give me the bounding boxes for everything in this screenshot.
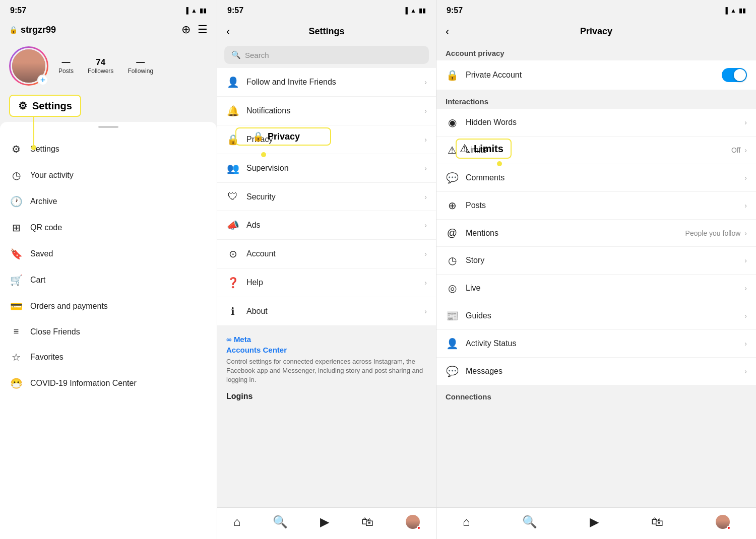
menu-item-archive[interactable]: 🕐 Archive bbox=[0, 188, 217, 215]
profile-panel: 9:57 ▐ ▲ ▮▮ 🔒 strgzr99 ⊕ ☰ bbox=[0, 0, 217, 539]
accounts-center-link[interactable]: Accounts Center bbox=[226, 346, 427, 354]
live-item[interactable]: ◎ Live › bbox=[436, 275, 756, 302]
menu-item-orders[interactable]: 💳 Orders and payments bbox=[0, 293, 217, 319]
reels-tab-3[interactable]: ▶ bbox=[590, 515, 599, 529]
menu-favorites-label: Favorites bbox=[30, 353, 64, 362]
hidden-words-label: Hidden Words bbox=[466, 118, 517, 127]
profile-header: 🔒 strgzr99 ⊕ ☰ bbox=[0, 19, 217, 40]
activity-status-item[interactable]: 👤 Activity Status › bbox=[436, 330, 756, 358]
profile-tab-2-wrap bbox=[406, 515, 420, 529]
search-tab-3[interactable]: 🔍 bbox=[522, 515, 537, 529]
follow-chevron: › bbox=[424, 78, 427, 86]
signal-icon-2: ▐ bbox=[404, 7, 408, 14]
shop-tab-2[interactable]: 🛍 bbox=[361, 515, 373, 529]
meta-description: Control settings for connected experienc… bbox=[226, 357, 427, 385]
ads-icon: 📣 bbox=[226, 219, 239, 231]
supervision-icon: 👥 bbox=[226, 162, 239, 174]
settings-title: Settings bbox=[308, 26, 344, 37]
limits-label: Limits bbox=[466, 146, 487, 155]
add-story-icon[interactable]: + bbox=[37, 75, 48, 86]
settings-item-help[interactable]: ❓ Help › bbox=[217, 268, 436, 297]
status-bar-1: 9:57 ▐ ▲ ▮▮ bbox=[0, 0, 217, 19]
comments-item[interactable]: 💬 Comments › bbox=[436, 164, 756, 192]
messages-label: Messages bbox=[466, 367, 502, 376]
ads-label: Ads bbox=[246, 221, 261, 230]
wifi-icon: ▲ bbox=[191, 7, 197, 14]
messages-item[interactable]: 💬 Messages › bbox=[436, 358, 756, 385]
shop-tab-3[interactable]: 🛍 bbox=[651, 515, 663, 529]
settings-item-about[interactable]: ℹ About › bbox=[217, 297, 436, 326]
hidden-words-item[interactable]: ◉ Hidden Words › bbox=[436, 109, 756, 137]
covid-icon: 😷 bbox=[10, 377, 22, 389]
settings-item-account[interactable]: ⊙ Account › bbox=[217, 240, 436, 268]
status-icons-3: ▐ ▲ ▮▮ bbox=[724, 7, 746, 14]
menu-item-covid[interactable]: 😷 COVID-19 Information Center bbox=[0, 370, 217, 396]
menu-item-saved[interactable]: 🔖 Saved bbox=[0, 241, 217, 267]
settings-item-supervision[interactable]: 👥 Supervision › bbox=[217, 154, 436, 183]
following-stat[interactable]: — Following bbox=[128, 57, 153, 75]
story-item[interactable]: ◷ Story › bbox=[436, 247, 756, 275]
toggle-knob bbox=[734, 69, 746, 81]
menu-item-qr[interactable]: ⊞ QR code bbox=[0, 215, 217, 241]
menu-archive-label: Archive bbox=[30, 197, 57, 206]
private-account-item[interactable]: 🔒 Private Account bbox=[436, 60, 756, 90]
menu-friends-label: Close Friends bbox=[30, 327, 80, 336]
privacy-label: Privacy bbox=[246, 135, 273, 144]
reels-tab-2[interactable]: ▶ bbox=[320, 515, 329, 529]
activity-status-label: Activity Status bbox=[466, 339, 516, 348]
menu-item-cart[interactable]: 🛒 Cart bbox=[0, 267, 217, 293]
followers-label: Followers bbox=[88, 68, 113, 75]
hamburger-icon[interactable]: ☰ bbox=[198, 23, 208, 36]
sheet-handle bbox=[98, 126, 118, 128]
story-chevron: › bbox=[744, 256, 747, 264]
connections-section: Connections bbox=[436, 385, 756, 404]
menu-cart-label: Cart bbox=[30, 276, 45, 285]
settings-item-ads[interactable]: 📣 Ads › bbox=[217, 211, 436, 240]
activity-status-icon: 👤 bbox=[446, 338, 459, 350]
notifications-chevron: › bbox=[424, 107, 427, 115]
header-actions[interactable]: ⊕ ☰ bbox=[181, 23, 208, 36]
account-chevron: › bbox=[424, 250, 427, 258]
activity-status-chevron: › bbox=[744, 340, 747, 348]
back-button-settings[interactable]: ‹ bbox=[226, 25, 230, 38]
menu-item-favorites[interactable]: ☆ Favorites bbox=[0, 344, 217, 370]
settings-gear-icon: ⚙ bbox=[18, 100, 27, 112]
private-account-toggle[interactable] bbox=[722, 68, 747, 82]
back-button-privacy[interactable]: ‹ bbox=[446, 25, 449, 38]
settings-item-notifications[interactable]: 🔔 Notifications › bbox=[217, 97, 436, 125]
settings-item-follow[interactable]: 👤 Follow and Invite Friends › bbox=[217, 68, 436, 97]
status-bar-3: 9:57 ▐ ▲ ▮▮ bbox=[436, 0, 756, 19]
friends-icon: ≡ bbox=[10, 326, 22, 337]
search-bar[interactable]: 🔍 Search bbox=[224, 46, 429, 64]
settings-annotation: ⚙ Settings bbox=[9, 95, 208, 117]
mentions-item[interactable]: @ Mentions People you follow › bbox=[436, 220, 756, 247]
hidden-words-chevron: › bbox=[744, 118, 747, 126]
settings-item-security[interactable]: 🛡 Security › bbox=[217, 183, 436, 211]
menu-covid-label: COVID-19 Information Center bbox=[30, 379, 137, 388]
menu-item-activity[interactable]: ◷ Your activity bbox=[0, 162, 217, 188]
status-icons-1: ▐ ▲ ▮▮ bbox=[184, 7, 207, 14]
home-tab-3[interactable]: ⌂ bbox=[463, 515, 470, 529]
notification-dot-2 bbox=[417, 526, 421, 530]
limits-chevron: › bbox=[744, 146, 747, 154]
posts-label: Posts bbox=[466, 201, 486, 210]
status-icons-2: ▐ ▲ ▮▮ bbox=[404, 7, 426, 14]
avatar[interactable]: + bbox=[9, 46, 48, 86]
profile-info: + — Posts 74 Followers — Following bbox=[0, 40, 217, 92]
search-tab-2[interactable]: 🔍 bbox=[273, 515, 288, 529]
posts-item[interactable]: ⊕ Posts › bbox=[436, 192, 756, 220]
home-tab-2[interactable]: ⌂ bbox=[233, 515, 241, 529]
guides-chevron: › bbox=[744, 312, 747, 320]
guides-item[interactable]: 📰 Guides › bbox=[436, 302, 756, 330]
settings-item-privacy[interactable]: 🔒 Privacy › bbox=[217, 125, 436, 154]
account-icon: ⊙ bbox=[226, 248, 239, 260]
guides-label: Guides bbox=[466, 311, 491, 320]
username-text: strgzr99 bbox=[21, 25, 56, 35]
add-post-icon[interactable]: ⊕ bbox=[181, 23, 191, 36]
limits-item[interactable]: ⚠ Limits Off › bbox=[436, 137, 756, 164]
menu-item-friends[interactable]: ≡ Close Friends bbox=[0, 319, 217, 344]
supervision-label: Supervision bbox=[246, 164, 289, 173]
account-label: Account bbox=[246, 249, 276, 258]
archive-icon: 🕐 bbox=[10, 195, 22, 208]
followers-stat[interactable]: 74 Followers bbox=[88, 57, 113, 75]
